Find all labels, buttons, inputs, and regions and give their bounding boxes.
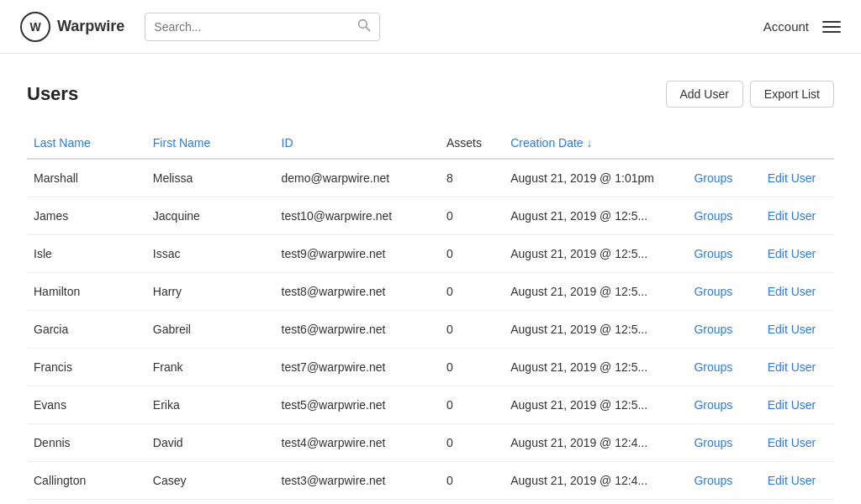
cell-last-name: Hamilton [27, 273, 146, 311]
col-header-assets: Assets [440, 128, 504, 159]
edit-user-link[interactable]: Edit User [768, 436, 816, 449]
table-row: Isle Issac test9@warpwire.net 0 August 2… [27, 235, 834, 273]
menu-icon[interactable] [822, 21, 841, 33]
table-row: Bellevue Betty test2@warpwire.net 0 Augu… [27, 500, 834, 505]
cell-groups: Groups [687, 349, 760, 386]
cell-creation-date: August 21, 2019 @ 12:5... [504, 273, 687, 311]
col-header-creation-date: Creation Date ↓ [504, 128, 687, 159]
cell-edit: Edit User [761, 462, 834, 500]
cell-last-name: Isle [27, 235, 146, 273]
cell-first-name: Erika [146, 386, 275, 424]
cell-edit: Edit User [761, 197, 834, 235]
groups-link[interactable]: Groups [694, 360, 732, 374]
sort-creation-date[interactable]: Creation Date ↓ [510, 136, 592, 150]
edit-user-link[interactable]: Edit User [768, 360, 816, 374]
table-row: James Jacquine test10@warpwire.net 0 Aug… [27, 197, 834, 235]
cell-first-name: Frank [146, 349, 275, 386]
col-header-last-name: Last Name [27, 128, 146, 159]
groups-link[interactable]: Groups [694, 247, 732, 260]
search-input[interactable] [154, 20, 351, 34]
cell-last-name: Evans [27, 386, 146, 424]
cell-assets: 0 [440, 500, 504, 505]
cell-edit: Edit User [761, 159, 834, 197]
header: W Warpwire Account [0, 0, 861, 54]
cell-groups: Groups [687, 462, 760, 500]
cell-last-name: Bellevue [27, 500, 146, 505]
cell-creation-date: August 21, 2019 @ 1:01pm [504, 159, 687, 197]
cell-first-name: Casey [146, 462, 275, 500]
cell-groups: Groups [687, 235, 760, 273]
table-row: Marshall Melissa demo@warpwire.net 8 Aug… [27, 159, 834, 197]
table-row: Hamilton Harry test8@warpwire.net 0 Augu… [27, 273, 834, 311]
edit-user-link[interactable]: Edit User [768, 398, 816, 412]
cell-assets: 0 [440, 235, 504, 273]
cell-last-name: Callington [27, 462, 146, 500]
cell-first-name: Betty [146, 500, 275, 505]
cell-first-name: Gabreil [146, 311, 275, 349]
groups-link[interactable]: Groups [694, 436, 732, 449]
cell-assets: 0 [440, 462, 504, 500]
groups-link[interactable]: Groups [694, 209, 732, 223]
cell-last-name: Francis [27, 349, 146, 386]
cell-groups: Groups [687, 386, 760, 424]
cell-edit: Edit User [761, 349, 834, 386]
groups-link[interactable]: Groups [694, 474, 732, 487]
export-list-button[interactable]: Export List [750, 81, 834, 108]
groups-link[interactable]: Groups [694, 398, 732, 412]
table-row: Francis Frank test7@warpwire.net 0 Augus… [27, 349, 834, 386]
users-table: Last Name First Name ID Assets Creation … [27, 128, 834, 504]
action-buttons: Add User Export List [666, 81, 835, 108]
cell-edit: Edit User [761, 424, 834, 462]
sort-id[interactable]: ID [282, 136, 293, 150]
cell-first-name: Issac [146, 235, 275, 273]
cell-groups: Groups [687, 500, 760, 505]
edit-user-link[interactable]: Edit User [768, 285, 816, 298]
table-row: Callington Casey test3@warpwire.net 0 Au… [27, 462, 834, 500]
cell-groups: Groups [687, 159, 760, 197]
cell-edit: Edit User [761, 386, 834, 424]
logo-name: Warpwire [57, 18, 124, 35]
table-row: Garcia Gabreil test6@warpwire.net 0 Augu… [27, 311, 834, 349]
edit-user-link[interactable]: Edit User [768, 323, 816, 336]
col-header-edit [761, 128, 834, 159]
header-right: Account [763, 19, 841, 34]
cell-edit: Edit User [761, 500, 834, 505]
cell-id: test10@warpwire.net [275, 197, 440, 235]
cell-id: test6@warpwire.net [275, 311, 440, 349]
svg-line-1 [367, 27, 371, 31]
edit-user-link[interactable]: Edit User [768, 247, 816, 260]
sort-first-name[interactable]: First Name [153, 136, 210, 150]
cell-creation-date: August 21, 2019 @ 12:4... [504, 424, 687, 462]
cell-last-name: James [27, 197, 146, 235]
cell-groups: Groups [687, 424, 760, 462]
cell-assets: 8 [440, 159, 504, 197]
cell-id: test4@warpwire.net [275, 424, 440, 462]
logo-icon: W [20, 12, 50, 42]
edit-user-link[interactable]: Edit User [768, 474, 816, 487]
col-header-groups [687, 128, 760, 159]
cell-assets: 0 [440, 349, 504, 386]
cell-last-name: Garcia [27, 311, 146, 349]
cell-groups: Groups [687, 311, 760, 349]
cell-assets: 0 [440, 197, 504, 235]
sort-last-name[interactable]: Last Name [34, 136, 91, 150]
cell-assets: 0 [440, 273, 504, 311]
add-user-button[interactable]: Add User [666, 81, 743, 108]
edit-user-link[interactable]: Edit User [768, 171, 816, 185]
cell-id: test3@warpwire.net [275, 462, 440, 500]
groups-link[interactable]: Groups [694, 171, 732, 185]
cell-creation-date: August 21, 2019 @ 12:5... [504, 197, 687, 235]
page-header: Users Add User Export List [27, 81, 834, 108]
groups-link[interactable]: Groups [694, 285, 732, 298]
cell-creation-date: August 21, 2019 @ 12:4... [504, 500, 687, 505]
cell-edit: Edit User [761, 235, 834, 273]
table-row: Evans Erika test5@warpwrie.net 0 August … [27, 386, 834, 424]
search-icon [357, 18, 371, 35]
col-header-first-name: First Name [146, 128, 275, 159]
edit-user-link[interactable]: Edit User [768, 209, 816, 223]
account-label[interactable]: Account [763, 19, 809, 34]
cell-assets: 0 [440, 424, 504, 462]
col-header-id: ID [275, 128, 440, 159]
groups-link[interactable]: Groups [694, 323, 732, 336]
cell-first-name: Melissa [146, 159, 275, 197]
